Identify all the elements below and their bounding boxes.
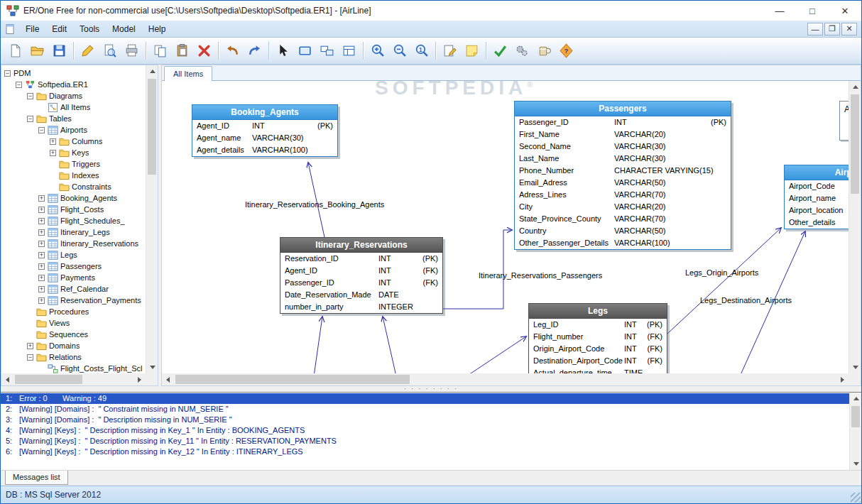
connector-to-legs[interactable] xyxy=(467,336,526,373)
tree-vertical-scrollbar[interactable] xyxy=(146,65,158,373)
minus-expander-icon[interactable]: − xyxy=(4,70,11,77)
tree-item-diagrams[interactable]: −Diagrams xyxy=(1,90,146,102)
minus-expander-icon[interactable]: − xyxy=(27,93,33,99)
print-button[interactable] xyxy=(121,40,143,62)
partial-entity[interactable]: A xyxy=(839,101,849,141)
zoom-actual-button[interactable]: 1 xyxy=(410,40,432,62)
mdi-minimize-button[interactable]: — xyxy=(807,23,823,35)
pencil-button[interactable] xyxy=(77,40,99,62)
note-button[interactable] xyxy=(461,40,483,62)
resize-grip-icon[interactable] xyxy=(851,493,861,503)
redo-button[interactable] xyxy=(244,40,266,62)
plus-expander-icon[interactable]: + xyxy=(38,275,45,281)
entity-itinerary-reservations[interactable]: Itinerary_ReservationsReservation_IDINT(… xyxy=(280,237,443,314)
connector-to-itinerary_reservations-left[interactable] xyxy=(314,317,322,373)
scroll-up-icon[interactable] xyxy=(849,81,861,93)
canvas-vscroll-thumb[interactable] xyxy=(851,94,859,194)
tree-vscroll-thumb[interactable] xyxy=(148,79,156,175)
tree-item-flight-schedules[interactable]: +Flight_Schedules_ xyxy=(1,215,146,226)
check-button[interactable] xyxy=(489,40,511,62)
tree-horizontal-scrollbar[interactable] xyxy=(1,373,146,385)
pointer-button[interactable] xyxy=(272,40,294,62)
tree-item-tables[interactable]: −Tables xyxy=(1,113,146,124)
tree-item-flight-costs-flight-scl[interactable]: Flight_Costs_Flight_Scl xyxy=(1,363,146,373)
scroll-right-icon[interactable] xyxy=(133,373,146,385)
new-button[interactable] xyxy=(4,40,26,62)
copy-button[interactable] xyxy=(149,40,171,62)
close-button[interactable]: ✕ xyxy=(829,1,861,21)
scroll-left-icon[interactable] xyxy=(1,373,13,385)
zoom-in-button[interactable] xyxy=(366,40,388,62)
entity-passengers[interactable]: PassengersPassenger_IDINT(PK)First_NameV… xyxy=(514,101,731,250)
maximize-button[interactable]: □ xyxy=(796,1,829,21)
related-entities-button[interactable] xyxy=(316,40,338,62)
mdi-restore-button[interactable]: ❐ xyxy=(824,23,840,35)
tree-item-itinerary-legs[interactable]: +Itinerary_Legs xyxy=(1,226,146,238)
tree-item-passengers[interactable]: +Passengers xyxy=(1,261,146,272)
message-row[interactable]: 1:Error : 0 Warning : 49 xyxy=(1,393,849,404)
tree-item-all-items[interactable]: All Items xyxy=(1,102,146,113)
entity-legs[interactable]: LegsLeg_IDINT(PK)Flight_numberINT(FK)Ori… xyxy=(528,303,667,373)
plus-expander-icon[interactable]: + xyxy=(38,195,45,202)
menu-help[interactable]: Help xyxy=(142,21,173,37)
message-row[interactable]: 4:[Warning] [Keys] : " Description missi… xyxy=(1,425,849,436)
tree-item-airports[interactable]: −Airports xyxy=(1,124,146,136)
minus-expander-icon[interactable]: − xyxy=(38,127,45,133)
minimize-button[interactable]: — xyxy=(763,1,796,21)
undo-button[interactable] xyxy=(222,40,244,62)
tree-item-indexes[interactable]: Indexes xyxy=(1,170,146,181)
tree-item-views[interactable]: Views xyxy=(1,317,146,329)
entity-booking-agents[interactable]: Booking_AgentsAgent_IDINT(PK)Agent_nameV… xyxy=(192,104,338,157)
tree-hscroll-thumb[interactable] xyxy=(15,375,82,384)
tree-item-payments[interactable]: +Payments xyxy=(1,272,146,283)
help-button[interactable]: ? xyxy=(555,40,577,62)
delete-button[interactable] xyxy=(193,40,215,62)
view-button[interactable] xyxy=(338,40,360,62)
open-button[interactable] xyxy=(26,40,48,62)
zoom-out-button[interactable] xyxy=(388,40,410,62)
message-row[interactable]: 6:[Warning] [Keys] : " Description missi… xyxy=(1,447,849,457)
edit-note-button[interactable] xyxy=(439,40,461,62)
tree-item-domains[interactable]: +Domains xyxy=(1,340,146,351)
menu-edit[interactable]: Edit xyxy=(45,21,73,37)
menu-tools[interactable]: Tools xyxy=(73,21,106,37)
connector-to-itinerary_reservations-right[interactable] xyxy=(383,317,396,373)
message-row[interactable]: 3:[Warning] [Domains] : " Description mi… xyxy=(1,415,849,425)
plus-expander-icon[interactable]: + xyxy=(38,241,45,247)
tree-item-columns[interactable]: +Columns xyxy=(1,136,146,147)
entity-button[interactable] xyxy=(294,40,316,62)
generate-button[interactable] xyxy=(511,40,533,62)
entity-airports[interactable]: AirportsAirport_CodeINAirport_nameVAirpo… xyxy=(784,165,849,229)
message-row[interactable]: 5:[Warning] [Keys] : " Description missi… xyxy=(1,436,849,447)
tab-all-items[interactable]: All Items xyxy=(164,66,212,81)
paste-button[interactable] xyxy=(171,40,193,62)
tree-item-triggers[interactable]: Triggers xyxy=(1,158,146,170)
tree-item-reservation-payments[interactable]: +Reservation_Payments xyxy=(1,295,146,306)
tree-item-sequences[interactable]: Sequences xyxy=(1,329,146,340)
messages-vertical-scrollbar[interactable] xyxy=(849,393,861,470)
scroll-up-icon[interactable] xyxy=(146,65,158,77)
tree-item-itinerary-reservations[interactable]: +Itinerary_Reservations xyxy=(1,238,146,249)
plus-expander-icon[interactable]: + xyxy=(38,286,45,292)
tree-item-keys[interactable]: +Keys xyxy=(1,147,146,158)
diagram-canvas[interactable]: SOFTPEDIA® A Booking_AgentsAgent_IDINT(P… xyxy=(162,81,849,373)
horizontal-splitter[interactable] xyxy=(1,386,861,392)
tab-messages-list[interactable]: Messages list xyxy=(5,471,68,485)
scroll-down-icon[interactable] xyxy=(850,458,862,470)
menu-model[interactable]: Model xyxy=(106,21,142,37)
mdi-close-button[interactable]: ✕ xyxy=(841,23,857,35)
messages-vscroll-thumb[interactable] xyxy=(851,406,860,427)
scroll-right-icon[interactable] xyxy=(836,373,849,385)
message-row[interactable]: 2:[Warning] [Domains] : " Constraint mis… xyxy=(1,404,849,415)
canvas-horizontal-scrollbar[interactable] xyxy=(162,373,849,385)
tree-item-legs[interactable]: +Legs xyxy=(1,249,146,261)
scroll-left-icon[interactable] xyxy=(162,373,174,385)
tree-item-ref-calendar[interactable]: +Ref_Calendar xyxy=(1,283,146,295)
menu-file[interactable]: File xyxy=(19,21,45,37)
tree-item-constraints[interactable]: Constraints xyxy=(1,181,146,192)
tree-item-pdm[interactable]: −PDM xyxy=(1,67,146,79)
plus-expander-icon[interactable]: + xyxy=(38,297,45,304)
tree-item-flight-costs[interactable]: +Flight_Costs xyxy=(1,204,146,215)
connector-itinerary_reservations-passengers[interactable] xyxy=(443,230,512,309)
canvas-hscroll-thumb[interactable] xyxy=(175,375,410,384)
